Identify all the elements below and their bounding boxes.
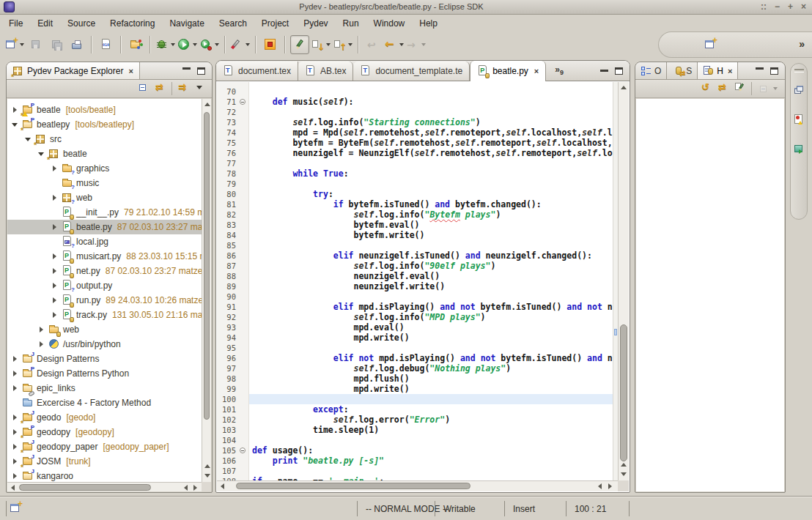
scroll-up-arrow[interactable]: [619, 83, 629, 92]
tree-item-beatle[interactable]: P*beatle[tools/beatle]: [7, 103, 202, 117]
last-edit-location-button[interactable]: ↩: [363, 35, 383, 54]
gutter-line-105[interactable]: 105: [217, 445, 248, 456]
fast-view-handle[interactable]: [794, 69, 804, 73]
code-line-101[interactable]: except:: [249, 404, 613, 415]
scroll-left-arrow[interactable]: [181, 483, 191, 491]
scroll-up-arrow[interactable]: [202, 461, 211, 471]
menu-help[interactable]: Help: [412, 16, 445, 31]
debug-button[interactable]: [155, 35, 176, 54]
code-line-82[interactable]: self.log.info("Bytefm plays"): [249, 209, 613, 220]
gutter-line-79[interactable]: 79: [217, 179, 248, 189]
expand-arrow-icon[interactable]: [12, 414, 20, 422]
gutter-line-99[interactable]: 99: [217, 384, 248, 394]
tree-item-epic-links[interactable]: epic_links: [7, 381, 202, 395]
code-line-72[interactable]: [249, 107, 613, 117]
gutter-line-104[interactable]: 104: [217, 435, 248, 445]
view-menu-button[interactable]: [194, 81, 206, 96]
maximize-view-icon[interactable]: [770, 67, 778, 75]
overview-ruler[interactable]: [613, 82, 618, 480]
maximize-button[interactable]: +: [788, 1, 793, 12]
close-button[interactable]: ×: [801, 1, 806, 12]
fold-marker-icon[interactable]: [240, 99, 246, 105]
code-line-90[interactable]: [249, 291, 613, 302]
gutter-line-72[interactable]: 72: [217, 107, 248, 117]
gutter-line-74[interactable]: 74: [217, 127, 248, 138]
back-button[interactable]: ←: [384, 35, 405, 54]
tree-item-usr-bin-python[interactable]: /usr/bin/python: [7, 337, 202, 352]
scroll-right-arrow[interactable]: [605, 481, 616, 491]
tab-pydev-package-explorer[interactable]: * Pydev Package Explorer ×: [7, 62, 140, 79]
next-annotation-button[interactable]: ↓: [311, 35, 331, 54]
console-view-button[interactable]: [793, 143, 805, 157]
gutter-line-77[interactable]: 77: [217, 158, 248, 168]
gutter-line-100[interactable]: 100: [217, 394, 248, 404]
expand-arrow-icon[interactable]: [12, 385, 20, 393]
code-line-81[interactable]: if bytefm.isTuned() and bytefm.changed()…: [249, 199, 613, 209]
scroll-up-arrow[interactable]: [619, 460, 629, 469]
menu-window[interactable]: Window: [366, 16, 413, 31]
link-with-editor-button[interactable]: ⇄: [155, 81, 166, 96]
refresh-button[interactable]: ↺: [701, 81, 712, 96]
binary-build-button[interactable]: 010: [97, 35, 116, 54]
new-wizard-button[interactable]: +: [4, 35, 25, 54]
gutter-line-80[interactable]: 80: [217, 189, 248, 199]
tree-item-design-patterns[interactable]: JDesign Patterns: [7, 352, 202, 366]
code-line-70[interactable]: [249, 86, 613, 97]
gutter-line-103[interactable]: 103: [217, 425, 248, 435]
code-line-93[interactable]: mpd.eval(): [249, 322, 613, 333]
code-line-96[interactable]: elif not mpd.isPlaying() and not bytefm.…: [249, 353, 613, 363]
expand-arrow-icon[interactable]: [38, 150, 46, 158]
menu-project[interactable]: Project: [254, 16, 296, 31]
code-line-97[interactable]: self.log.debug("Nothing plays"): [249, 363, 613, 374]
expand-arrow-icon[interactable]: [38, 341, 46, 349]
code-line-88[interactable]: neunzigelf.eval(): [249, 271, 613, 281]
expand-arrow-icon[interactable]: [51, 311, 59, 319]
expand-arrow-icon[interactable]: [12, 370, 20, 378]
minimize-view-icon[interactable]: [182, 67, 191, 70]
close-tab-icon[interactable]: ×: [534, 67, 539, 75]
forward-button[interactable]: →: [406, 35, 427, 54]
tree-item-web[interactable]: ?web: [7, 190, 202, 205]
code-line-84[interactable]: bytefm.write(): [249, 230, 613, 240]
code-line-86[interactable]: elif neunzigelf.isTuned() and neunzigelf…: [249, 250, 613, 261]
gutter-line-81[interactable]: 81: [217, 199, 248, 209]
print-button[interactable]: [67, 35, 86, 54]
gutter-line-76[interactable]: 76: [217, 148, 248, 158]
code-line-87[interactable]: self.log.info("90elf plays"): [249, 261, 613, 271]
editor-tab-ab-tex[interactable]: TAB.tex: [298, 62, 353, 81]
gutter-line-87[interactable]: 87: [217, 261, 248, 271]
gutter-line-71[interactable]: 71: [217, 97, 248, 107]
scroll-right-arrow[interactable]: [191, 483, 200, 491]
menu-navigate[interactable]: Navigate: [162, 16, 211, 31]
scroll-down-arrow[interactable]: [202, 471, 211, 480]
tree-item-beatle-py[interactable]: Pbeatle.py87 02.03.10 23:27 matz: [7, 220, 202, 234]
expand-arrow-icon[interactable]: [12, 355, 20, 363]
code-line-102[interactable]: self.log.error("Error"): [249, 415, 613, 425]
code-line-104[interactable]: [249, 435, 613, 445]
right-view-content[interactable]: [636, 99, 784, 491]
code-line-95[interactable]: [249, 343, 613, 353]
tree-item-music[interactable]: ?music: [7, 176, 202, 190]
menu-file[interactable]: File: [1, 16, 30, 31]
gutter-line-107[interactable]: 107: [217, 466, 248, 476]
scroll-down-arrow[interactable]: [619, 469, 629, 479]
tree-item-local-jpg[interactable]: ?local.jpg: [7, 234, 202, 249]
gutter-line-101[interactable]: 101: [217, 404, 248, 415]
tab-o-view[interactable]: O: [635, 62, 667, 79]
minimize-view-icon[interactable]: [756, 67, 764, 70]
gutter-line-86[interactable]: 86: [217, 250, 248, 261]
code-line-107[interactable]: [249, 466, 613, 476]
pin-editor-button[interactable]: [734, 81, 746, 96]
tree-item-net-py[interactable]: Pnet.py87 02.03.10 23:27 matze: [7, 264, 202, 278]
code-line-100[interactable]: [249, 394, 613, 404]
code-line-73[interactable]: self.log.info("Starting connections"): [249, 117, 613, 127]
code-line-106[interactable]: print "beatle.py [-s]": [249, 456, 613, 466]
tree-item-geodopy[interactable]: P*geodopy[geodopy]: [7, 425, 202, 439]
collapse-all-button[interactable]: [138, 81, 150, 96]
gutter-line-93[interactable]: 93: [217, 322, 248, 333]
customize-view-button[interactable]: ⇉: [177, 81, 189, 96]
code-line-76[interactable]: neunzigelf = NeunzigElf(self.remotehost,…: [249, 148, 613, 158]
window-menu-button[interactable]: ::: [761, 1, 767, 12]
maximize-view-icon[interactable]: [197, 67, 205, 75]
tree-item-design-patterns-python[interactable]: PDesign Patterns Python: [7, 366, 202, 381]
